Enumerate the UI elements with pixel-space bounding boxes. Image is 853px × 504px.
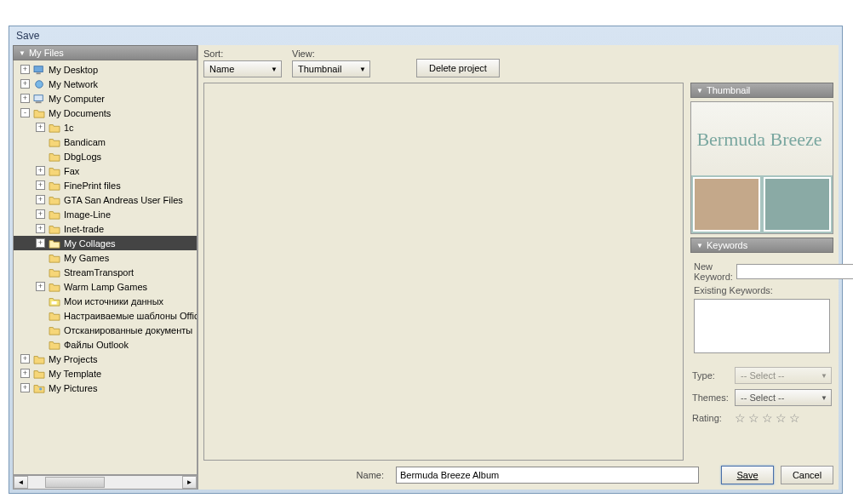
expand-icon[interactable]: + — [36, 282, 45, 291]
svg-point-6 — [39, 387, 42, 390]
tree-item[interactable]: +My Network — [14, 77, 197, 91]
type-dropdown[interactable]: -- Select -- ▼ — [735, 367, 832, 384]
tree-item[interactable]: Настраиваемые шаблоны Office — [14, 308, 197, 323]
folder-icon — [48, 339, 61, 351]
tree-item[interactable]: +Fax — [14, 163, 197, 178]
expand-icon[interactable]: + — [20, 79, 30, 89]
tree-item[interactable]: Мои источники данных — [14, 294, 197, 308]
star-icon[interactable]: ☆ — [789, 411, 800, 425]
folder-icon — [48, 165, 61, 177]
tree-item[interactable]: Файлы Outlook — [14, 337, 197, 352]
expand-icon[interactable]: + — [36, 224, 45, 233]
expand-icon[interactable]: + — [36, 209, 45, 219]
svg-rect-3 — [34, 94, 43, 100]
toolbar: Sort: Name ▼ View: Thumbnail ▼ Delete pr… — [203, 49, 833, 77]
tree-item[interactable]: +My Template — [14, 366, 197, 381]
expand-icon[interactable]: + — [20, 354, 30, 364]
thumbnail-content-area[interactable] — [203, 83, 684, 461]
expand-icon[interactable]: + — [20, 94, 30, 103]
tree-item-label: My Computer — [49, 94, 105, 104]
themes-dropdown[interactable]: -- Select -- ▼ — [735, 389, 832, 406]
folder-icon — [48, 180, 61, 192]
tree-item[interactable]: +My Collages — [14, 236, 197, 250]
horizontal-scrollbar[interactable]: ◄ ► — [13, 475, 198, 490]
thumbnail-header-label: Thumbnail — [707, 85, 750, 95]
tree-item[interactable]: +My Projects — [14, 352, 197, 366]
folder-icon — [48, 252, 61, 264]
folder-icon — [48, 151, 61, 163]
view-dropdown[interactable]: Thumbnail ▼ — [292, 60, 370, 77]
star-icon[interactable]: ☆ — [748, 411, 759, 425]
star-icon[interactable]: ☆ — [776, 411, 787, 425]
collapse-icon: ▼ — [19, 49, 26, 57]
tree-item[interactable]: +My Pictures — [14, 381, 197, 395]
tree-item-label: My Collages — [64, 238, 116, 249]
sort-value: Name — [209, 64, 234, 74]
svg-rect-5 — [52, 301, 57, 304]
expand-icon[interactable]: + — [20, 65, 30, 74]
tree-item[interactable]: Bandicam — [14, 135, 197, 149]
save-dialog: Save ▼ My Files +My Desktop+My Network+M… — [9, 26, 843, 494]
expand-icon[interactable]: + — [36, 238, 45, 248]
new-keyword-input[interactable] — [736, 264, 853, 279]
tree-item-label: 1c — [64, 123, 74, 133]
tree-item[interactable]: +Warm Lamp Games — [14, 279, 197, 294]
tree-item[interactable]: My Games — [14, 250, 197, 265]
tree-item[interactable]: DbgLogs — [14, 149, 197, 163]
dropdown-arrow-icon: ▼ — [821, 372, 827, 380]
folder-icon — [48, 209, 61, 220]
tree-item[interactable]: +GTA San Andreas User Files — [14, 192, 197, 207]
sidebar-header[interactable]: ▼ My Files — [13, 45, 198, 60]
tree-item[interactable]: +My Desktop — [14, 62, 197, 77]
expand-icon[interactable]: + — [20, 383, 30, 392]
tree-item-label: Настраиваемые шаблоны Office — [64, 311, 198, 321]
scroll-thumb[interactable] — [45, 477, 105, 488]
expand-icon[interactable]: + — [20, 369, 30, 378]
tree-item[interactable]: +My Computer — [14, 91, 197, 106]
scroll-right-button[interactable]: ► — [182, 476, 197, 489]
view-label: View: — [292, 49, 370, 59]
expand-spacer — [36, 137, 45, 146]
tree-item[interactable]: +Image-Line — [14, 207, 197, 221]
tree-item[interactable]: -My Documents — [14, 106, 197, 120]
tree-item-label: My Desktop — [49, 65, 98, 75]
tree-item-label: Inet-trade — [64, 224, 104, 234]
tree-item-label: Отсканированные документы — [64, 325, 192, 335]
tree-item[interactable]: +1c — [14, 120, 197, 135]
folder-icon — [48, 266, 61, 278]
scroll-left-button[interactable]: ◄ — [14, 476, 28, 489]
tree-item[interactable]: StreamTransport — [14, 265, 197, 279]
collapse-icon[interactable]: - — [20, 108, 30, 117]
expand-icon[interactable]: + — [36, 195, 45, 204]
existing-keywords-box[interactable] — [694, 299, 830, 353]
file-tree-sidebar: ▼ My Files +My Desktop+My Network+My Com… — [13, 45, 198, 490]
new-keyword-label: New Keyword: — [694, 261, 733, 282]
folder-icon — [32, 368, 46, 380]
thumbnail-panel-header[interactable]: ▼ Thumbnail — [690, 83, 833, 98]
expand-icon[interactable]: + — [36, 166, 45, 175]
delete-project-button[interactable]: Delete project — [416, 59, 500, 77]
expand-icon[interactable]: + — [36, 180, 45, 190]
themes-value: -- Select -- — [741, 392, 784, 403]
folder-icon — [32, 353, 46, 365]
main-area: Sort: Name ▼ View: Thumbnail ▼ Delete pr… — [198, 45, 839, 490]
folder-icon — [48, 194, 61, 206]
cancel-button[interactable]: Cancel — [781, 466, 833, 484]
keywords-panel-header[interactable]: ▼ Keywords — [690, 238, 833, 253]
tree-item-label: My Games — [64, 253, 109, 263]
tree-item-label: GTA San Andreas User Files — [64, 195, 183, 205]
type-value: -- Select -- — [741, 370, 784, 381]
type-label: Type: — [692, 370, 731, 381]
file-tree[interactable]: +My Desktop+My Network+My Computer-My Do… — [13, 60, 198, 475]
star-icon[interactable]: ☆ — [735, 411, 746, 425]
expand-icon[interactable]: + — [36, 123, 45, 132]
sort-label: Sort: — [203, 49, 282, 59]
tree-item[interactable]: Отсканированные документы — [14, 323, 197, 337]
star-icon[interactable]: ☆ — [762, 411, 773, 425]
tree-item[interactable]: +FinePrint files — [14, 178, 197, 192]
name-input[interactable] — [396, 467, 699, 484]
sort-dropdown[interactable]: Name ▼ — [203, 60, 282, 77]
save-button[interactable]: Save — [721, 466, 774, 484]
rating-stars: ☆ ☆ ☆ ☆ ☆ — [735, 411, 800, 425]
tree-item[interactable]: +Inet-trade — [14, 221, 197, 236]
